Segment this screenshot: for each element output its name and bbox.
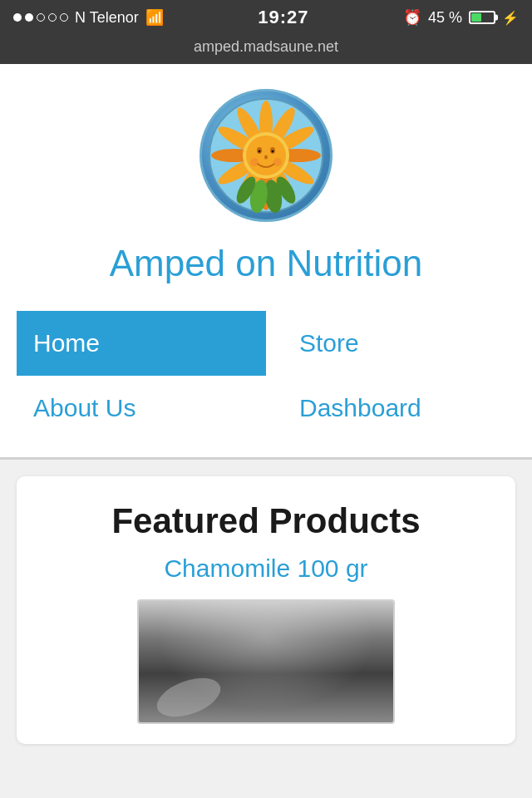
alarm-icon: ⏰ — [403, 8, 421, 27]
main-content: Amped on Nutrition Home Store About Us D… — [0, 64, 532, 457]
logo-circle — [200, 89, 332, 222]
nav-label-about: About Us — [33, 394, 135, 422]
svg-point-25 — [273, 158, 282, 166]
wifi-icon: 📶 — [145, 8, 164, 27]
status-right: ⏰ 45 % ⚡ — [403, 8, 519, 27]
carrier-label: N Telenor — [75, 9, 139, 27]
featured-title: Featured Products — [37, 501, 495, 541]
url-text: amped.madsaune.net — [194, 38, 338, 55]
battery-percent: 45 % — [428, 9, 462, 27]
sun-logo-icon — [208, 97, 324, 214]
svg-point-22 — [272, 150, 274, 153]
site-title: Amped on Nutrition — [17, 242, 515, 286]
product-image — [137, 599, 395, 724]
nav-label-dashboard: Dashboard — [299, 394, 421, 422]
url-bar[interactable]: amped.madsaune.net — [0, 35, 532, 64]
nav-item-about[interactable]: About Us — [17, 376, 266, 441]
nav-label-home: Home — [33, 329, 100, 357]
nav-label-store: Store — [299, 329, 359, 357]
svg-point-23 — [264, 155, 268, 160]
product-image-inner — [139, 601, 393, 722]
clock: 19:27 — [258, 7, 308, 28]
status-left: N Telenor 📶 — [13, 8, 164, 27]
featured-card: Featured Products Chamomile 100 gr — [17, 476, 515, 744]
featured-section: Featured Products Chamomile 100 gr — [0, 460, 532, 761]
logo-container — [17, 89, 515, 222]
nav-item-dashboard[interactable]: Dashboard — [266, 376, 515, 441]
nav-item-home[interactable]: Home — [17, 311, 266, 376]
status-bar: N Telenor 📶 19:27 ⏰ 45 % ⚡ — [0, 0, 532, 35]
nav-grid: Home Store About Us Dashboard — [17, 311, 515, 441]
nav-item-store[interactable]: Store — [266, 311, 515, 376]
charging-icon: ⚡ — [502, 10, 519, 26]
battery-icon — [469, 11, 495, 24]
svg-point-21 — [259, 150, 261, 153]
signal-icon — [13, 13, 68, 22]
product-link-chamomile[interactable]: Chamomile 100 gr — [37, 554, 495, 583]
svg-point-24 — [250, 158, 259, 166]
